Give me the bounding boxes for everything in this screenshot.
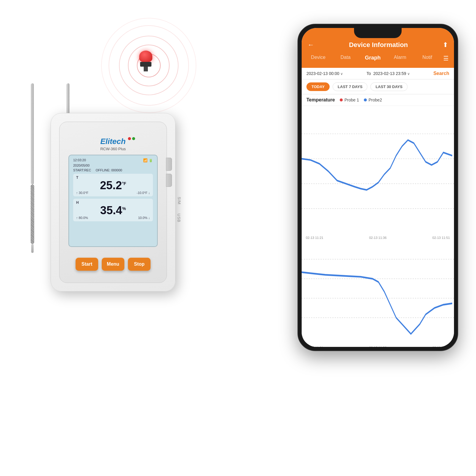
lamp-base [140, 62, 151, 67]
lamp-stand [144, 67, 148, 71]
humidity-low: 10.0% ↓ [138, 216, 150, 220]
nav-item-device[interactable]: Device [305, 53, 332, 64]
brand-name: Elitech [100, 137, 126, 146]
device-inner: Elitech RCW-360 Plus 12:03:20 📶 🔋 [59, 122, 167, 283]
lcd-date-value: 2020/05/00 [73, 164, 90, 167]
brand-dot-green [132, 137, 135, 140]
lcd-icons: 📶 🔋 [143, 158, 153, 162]
lcd-humidity-section: H 35.4% ↑ 80.0% 10.0% ↓ [73, 199, 153, 221]
chart-bottom-svg [302, 240, 454, 344]
chart-bottom-label-1: 02-13 11:21 [306, 346, 323, 347]
device-buttons[interactable]: Start Menu Stop [76, 258, 151, 271]
side-button-2[interactable] [166, 174, 172, 187]
lcd-temperature-section: T 25.2°F ↑ 30.0°F -10.0°F ↓ [73, 174, 153, 196]
chart-bottom-label-3: 02-13 11:51 [432, 346, 450, 347]
legend-dot-probe1 [340, 98, 343, 101]
brand-area: Elitech RCW-360 Plus [100, 137, 126, 151]
lcd-date: 2020/05/00 [73, 164, 153, 167]
hamburger-icon[interactable]: ☰ [441, 53, 451, 64]
period-today[interactable]: TODAY [306, 82, 330, 91]
period-7days[interactable]: LAST 7 DAYS [333, 82, 367, 91]
probe-tip-left [31, 244, 34, 253]
scene: Elitech RCW-360 Plus 12:03:20 📶 🔋 [0, 0, 476, 476]
stop-button[interactable]: Stop [128, 258, 151, 271]
export-icon[interactable]: ⬆ [443, 41, 448, 49]
side-buttons[interactable] [166, 158, 172, 187]
temp-high: ↑ 30.0°F [76, 191, 88, 195]
device-body: Elitech RCW-360 Plus 12:03:20 📶 🔋 [51, 113, 176, 292]
brand-model: RCW-360 Plus [100, 147, 126, 151]
lcd-header: 12:03:20 📶 🔋 [73, 158, 153, 162]
lcd-screen: 12:03:20 📶 🔋 2020/05/00 START:REC OFFLIN… [68, 155, 158, 247]
date-bar: 2023-02-13 00:00 ∨ To 2023-02-13 23:59 ∨… [302, 68, 454, 79]
date-from[interactable]: 2023-02-13 00:00 ∨ [306, 71, 364, 76]
humidity-high: ↑ 80.0% [76, 216, 88, 220]
side-label-usb: USB [177, 214, 181, 223]
probe-rod-left [31, 83, 34, 184]
brand-dot-red [128, 137, 131, 140]
wifi-icon: 📶 [143, 158, 148, 162]
app-header-title: Device Information [314, 41, 443, 49]
start-button[interactable]: Start [76, 258, 98, 271]
chart-bottom-label-2: 02-13 11:36 [369, 346, 387, 347]
lcd-datetime: 12:03:20 [73, 158, 86, 162]
legend-bar: Temperature Probe 1 Probe2 [302, 94, 454, 106]
chart-top: 02-13 11:21 02-13 11:36 02-13 11:51 [302, 106, 454, 237]
side-button-1[interactable] [166, 158, 172, 171]
phone-screen: ← Device Information ⬆ Device Data Graph… [302, 28, 454, 347]
nav-item-notif[interactable]: Notif [414, 53, 441, 64]
nav-item-data[interactable]: Data [332, 53, 359, 64]
lcd-temperature-value: 25.2°F [76, 180, 150, 191]
date-to-label: To [367, 71, 371, 76]
legend-dot-probe2 [364, 98, 367, 101]
phone-notch [354, 28, 402, 38]
lcd-humidity-value: 35.4% [76, 205, 150, 216]
period-30days[interactable]: LAST 30 DAYS [370, 82, 408, 91]
alert-lamp [137, 51, 155, 71]
app: ← Device Information ⬆ Device Data Graph… [302, 28, 454, 347]
legend-title: Temperature [306, 97, 335, 103]
battery-icon: 🔋 [149, 159, 153, 162]
back-icon[interactable]: ← [308, 41, 314, 49]
humidity-unit: % [122, 206, 126, 211]
legend-probe1-label: Probe 1 [345, 98, 359, 102]
nav-item-graph[interactable]: Graph [359, 53, 386, 64]
chart-top-svg [302, 109, 454, 234]
side-label-sim: SIM [177, 197, 181, 204]
period-bar: TODAY LAST 7 DAYS LAST 30 DAYS [302, 79, 454, 94]
date-to[interactable]: 2023-02-13 23:59 ∨ [373, 71, 431, 76]
menu-button[interactable]: Menu [102, 258, 124, 271]
chart-bottom-xlabels: 02-13 11:21 02-13 11:36 02-13 11:51 [302, 345, 454, 347]
legend-probe2-label: Probe2 [369, 98, 382, 102]
phone-mockup: ← Device Information ⬆ Device Data Graph… [298, 24, 458, 351]
chart-area: 02-13 11:21 02-13 11:36 02-13 11:51 [302, 106, 454, 347]
app-nav: Device Data Graph Alarm Notif ☰ [302, 53, 454, 68]
probe-left [30, 83, 35, 256]
probe-cable-left [31, 184, 34, 244]
temp-unit: °F [122, 181, 126, 186]
legend-probe1: Probe 1 [340, 98, 359, 102]
lcd-status: START:REC OFFLINE: 000000 [73, 168, 153, 172]
nav-item-alarm[interactable]: Alarm [386, 53, 414, 64]
lamp-dome [139, 51, 152, 62]
temp-low: -10.0°F ↓ [137, 191, 150, 195]
legend-probe2: Probe2 [364, 98, 382, 102]
chart-bottom: 02-13 11:21 02-13 11:36 02-13 11:51 [302, 237, 454, 347]
search-button[interactable]: Search [433, 71, 449, 76]
